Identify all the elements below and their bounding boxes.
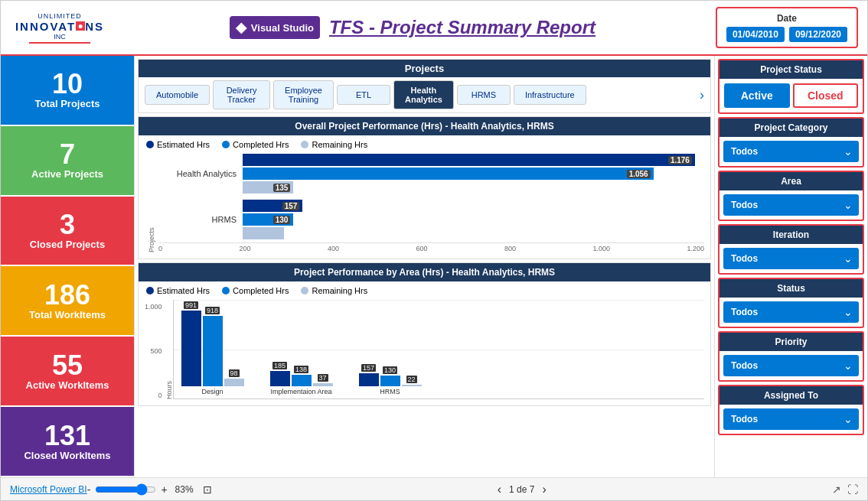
tab-etl[interactable]: ETL (337, 85, 390, 105)
area-legend-comp-dot (222, 287, 230, 294)
impl-comp-bar (292, 375, 312, 386)
x-800: 800 (504, 245, 516, 252)
zoom-controls: - + 83% ⊡ (87, 483, 212, 496)
active-status-button[interactable]: Active (724, 83, 790, 108)
hrms-bar-2-val: 130 (273, 216, 291, 224)
iteration-dropdown-container: Todos ⌄ (720, 244, 863, 273)
area-legend-est-label: Estimated Hrs (157, 286, 210, 295)
legend-estimated-label: Estimated Hrs (157, 140, 210, 149)
impl-bar-est: 185 (270, 362, 290, 386)
share-icon[interactable]: ↗ (832, 483, 841, 496)
overall-chart-header: Overall Project Performance (Hrs) - Heal… (139, 117, 710, 135)
vs-icon-symbol: ◆ (236, 19, 246, 36)
status-buttons: Active Closed (720, 79, 863, 112)
page-info: 1 de 7 (509, 484, 534, 495)
overall-row-hrms: HRMS 157 130 (158, 200, 704, 239)
area-chart-section: Project Performance by Area (Hrs) - Heal… (138, 262, 711, 406)
closed-workitems-label: Closed WorkItems (24, 450, 110, 461)
logo-circle: ● (76, 21, 85, 31)
date-end: 09/12/2020 (789, 27, 847, 42)
tabs-row: Automobile DeliveryTracker EmployeeTrain… (139, 77, 710, 112)
impl-bar-rem: 37 (313, 374, 333, 386)
power-bi-link[interactable]: Microsoft Power BI (10, 484, 87, 495)
hrms-bar-3 (243, 227, 704, 239)
stat-total-projects: 10 Total Projects (1, 56, 134, 126)
tab-health-analytics[interactable]: HealthAnalytics (393, 80, 454, 109)
tab-employee-training[interactable]: EmployeeTraining (273, 80, 334, 109)
health-analytics-row-label: Health Analytics (158, 169, 243, 178)
hrms-vbar-rem-val: 22 (406, 376, 417, 383)
area-legend-est-dot (146, 287, 154, 294)
tab-infrastructure[interactable]: Infrastructure (514, 85, 586, 105)
nav-prev[interactable]: ‹ (498, 483, 501, 496)
logo-bottom: INC (54, 33, 66, 41)
status-dropdown-container: Todos ⌄ (720, 298, 863, 327)
x-1200: 1.200 (687, 245, 704, 252)
zoom-plus[interactable]: + (161, 483, 167, 496)
zoom-minus[interactable]: - (87, 483, 91, 496)
logo-innov-1: INNOVAT (15, 20, 76, 33)
vs-label: Visual Studio (251, 22, 314, 34)
logo-divider (29, 42, 90, 44)
vs-group: ◆ Visual Studio (230, 16, 320, 39)
zoom-fit-icon[interactable]: ⊡ (203, 483, 212, 496)
active-workitems-number: 55 (52, 352, 83, 379)
title-area: ◆ Visual Studio TFS - Project Summary Re… (109, 16, 716, 39)
logo: UNLIMITED INNOVAT ● NS INC (10, 12, 109, 44)
page-navigation: ‹ 1 de 7 › (212, 483, 832, 496)
stat-closed-projects: 3 Closed Projects (1, 197, 134, 267)
legend-remaining-dot (301, 141, 308, 148)
assigned-to-dropdown-container: Todos ⌄ (720, 405, 863, 434)
design-bar-est: 991 (181, 301, 201, 386)
design-bar-rem: 98 (224, 369, 244, 386)
body-area: 10 Total Projects 7 Active Projects 3 Cl… (1, 56, 867, 477)
health-bar-3-val: 135 (273, 184, 291, 192)
area-chart-header: Project Performance by Area (Hrs) - Heal… (139, 263, 710, 281)
expand-icon[interactable]: ⛶ (847, 483, 858, 496)
health-bar-3-fill: 135 (243, 181, 293, 194)
legend-remaining: Remaining Hrs (301, 140, 367, 149)
x-200: 200 (239, 245, 250, 252)
tab-delivery-tracker[interactable]: DeliveryTracker (213, 80, 270, 109)
health-bar-1-val: 1.176 (668, 156, 692, 164)
zoom-slider[interactable] (95, 483, 156, 496)
assigned-to-select[interactable]: Todos (723, 408, 859, 430)
report-title: TFS - Project Summary Report (329, 17, 596, 38)
date-values: 01/04/2010 09/12/2020 (726, 27, 847, 42)
main-content: Projects Automobile DeliveryTracker Empl… (135, 56, 714, 477)
area-select[interactable]: Todos (723, 194, 859, 216)
tab-hrms[interactable]: HRMS (457, 85, 511, 105)
right-panel: Project Status Active Closed Project Cat… (714, 56, 867, 477)
closed-status-button[interactable]: Closed (793, 83, 859, 108)
active-projects-label: Active Projects (31, 168, 103, 180)
design-bars: 991 918 98 (181, 302, 244, 386)
stat-total-workitems: 186 Total WorkItems (1, 266, 134, 337)
impl-bars: 185 138 37 (270, 302, 333, 386)
legend-estimated: Estimated Hrs (146, 140, 210, 149)
tab-automobile[interactable]: Automobile (145, 85, 210, 105)
hrms-row-label: HRMS (158, 215, 243, 224)
hrms-vbar-est: 157 (359, 364, 379, 386)
status-select[interactable]: Todos (723, 301, 859, 323)
x-400: 400 (328, 245, 339, 252)
nav-next[interactable]: › (542, 483, 546, 496)
hrms-bar-1-val: 157 (282, 202, 300, 210)
logo-top: UNLIMITED (38, 12, 82, 20)
tabs-chevron-right[interactable]: › (700, 87, 704, 103)
area-y-axis: 1.000 500 0 (145, 300, 165, 399)
project-status-section: Project Status Active Closed (718, 59, 864, 114)
assigned-to-section: Assigned To Todos ⌄ (718, 385, 864, 435)
area-chart-bars: 991 918 98 (173, 300, 704, 399)
overall-chart-area: Health Analytics 1.176 1.056 (158, 154, 704, 252)
project-category-select[interactable]: Todos (723, 141, 859, 162)
stat-closed-workitems: 131 Closed WorkItems (1, 407, 134, 477)
priority-select[interactable]: Todos (723, 355, 859, 376)
vs-badge: ◆ Visual Studio (230, 16, 320, 39)
projects-section: Projects Automobile DeliveryTracker Empl… (138, 59, 711, 113)
impl-est-bar (270, 371, 290, 386)
zoom-value: 83% (175, 484, 194, 495)
total-workitems-label: Total WorkItems (29, 309, 106, 320)
iteration-select[interactable]: Todos (723, 248, 859, 269)
total-workitems-number: 186 (44, 281, 90, 309)
project-category-header: Project Category (720, 119, 863, 137)
